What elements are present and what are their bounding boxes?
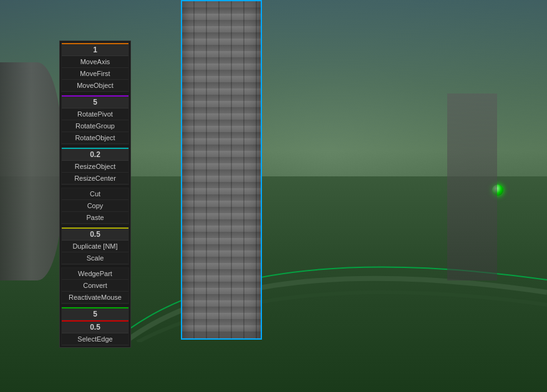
duplicate-section: 0.5 Duplicate [NM] Scale (61, 227, 129, 265)
move-object-button[interactable]: MoveObject (62, 80, 128, 92)
rotate-pivot-button[interactable]: RotatePivot (62, 108, 128, 120)
duplicate-nm-button[interactable]: Duplicate [NM] (62, 241, 128, 252)
rotate-group-button[interactable]: RotateGroup (62, 120, 128, 132)
select-header-1: 5 (62, 307, 128, 320)
duplicate-header: 0.5 (62, 227, 128, 241)
select-header-2: 0.5 (62, 320, 128, 333)
brick-pillar (181, 0, 262, 340)
paste-button[interactable]: Paste (62, 212, 128, 224)
scale-button[interactable]: Scale (62, 252, 128, 264)
move-header: 1 (62, 43, 128, 56)
resize-section: 0.2 ResizeObject ResizeCenter (61, 147, 129, 185)
select-edge-button[interactable]: SelectEdge (62, 333, 128, 345)
convert-section: WedgePart Convert ReactivateMouse (61, 267, 129, 304)
reactivate-mouse-button[interactable]: ReactivateMouse (62, 292, 128, 304)
clipboard-section: Cut Copy Paste (61, 188, 129, 224)
move-first-button[interactable]: MoveFirst (62, 68, 128, 80)
rotate-section: 5 RotatePivot RotateGroup RotateObject (61, 95, 129, 145)
move-axis-button[interactable]: MoveAxis (62, 56, 128, 68)
tool-panel: 1 MoveAxis MoveFirst MoveObject 5 Rotate… (59, 41, 131, 348)
wedgepart-button[interactable]: WedgePart (62, 268, 128, 280)
rotate-header: 5 (62, 95, 128, 108)
rotate-object-button[interactable]: RotateObject (62, 132, 128, 144)
resize-header: 0.2 (62, 148, 128, 161)
copy-button[interactable]: Copy (62, 200, 128, 212)
convert-button[interactable]: Convert (62, 280, 128, 292)
cut-button[interactable]: Cut (62, 188, 128, 200)
right-building (447, 93, 497, 280)
move-section: 1 MoveAxis MoveFirst MoveObject (61, 42, 129, 92)
resize-object-button[interactable]: ResizeObject (62, 161, 128, 173)
resize-center-button[interactable]: ResizeCenter (62, 173, 128, 184)
select-section: 5 0.5 SelectEdge (61, 307, 129, 346)
